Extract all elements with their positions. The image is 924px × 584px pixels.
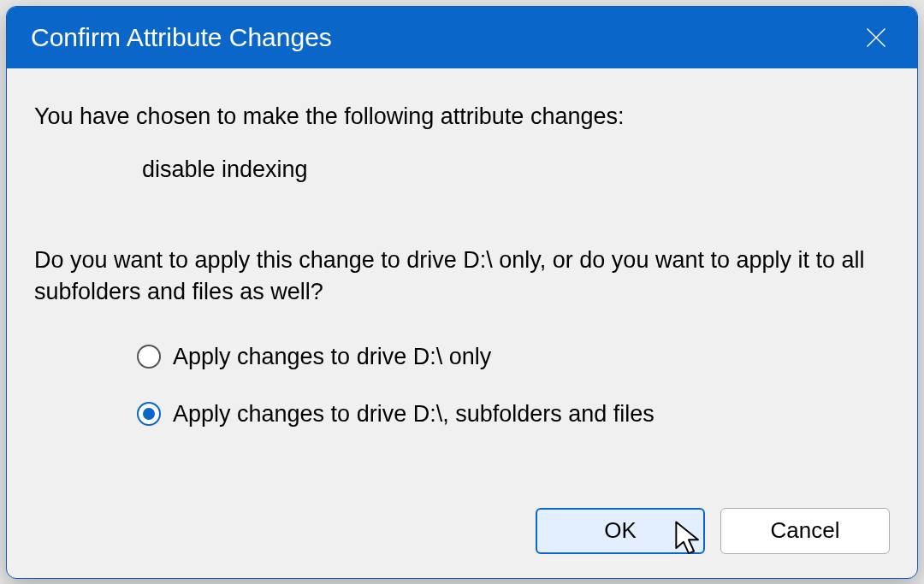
close-icon — [864, 26, 888, 50]
ok-button[interactable]: OK — [536, 508, 705, 554]
radio-group: Apply changes to drive D:\ only Apply ch… — [34, 341, 890, 429]
question-text: Do you want to apply this change to driv… — [34, 245, 890, 307]
radio-option-recursive[interactable]: Apply changes to drive D:\, subfolders a… — [137, 398, 890, 429]
intro-text: You have chosen to make the following at… — [34, 101, 890, 132]
button-row: OK Cancel — [7, 508, 917, 578]
cancel-button[interactable]: Cancel — [720, 508, 890, 554]
dialog-content: You have chosen to make the following at… — [7, 68, 917, 508]
close-button[interactable] — [856, 17, 897, 58]
radio-label-drive-only: Apply changes to drive D:\ only — [173, 341, 491, 372]
radio-selected-icon — [137, 402, 161, 426]
radio-option-drive-only[interactable]: Apply changes to drive D:\ only — [137, 341, 890, 372]
confirm-attribute-changes-dialog: Confirm Attribute Changes You have chose… — [6, 6, 918, 579]
titlebar: Confirm Attribute Changes — [7, 7, 917, 68]
change-item: disable indexing — [34, 154, 890, 185]
radio-label-recursive: Apply changes to drive D:\, subfolders a… — [173, 398, 654, 429]
dialog-title: Confirm Attribute Changes — [31, 23, 332, 52]
radio-unselected-icon — [137, 345, 161, 369]
